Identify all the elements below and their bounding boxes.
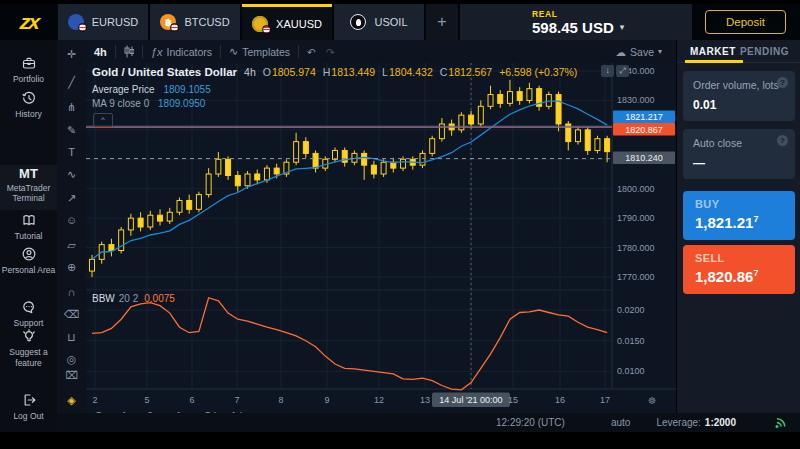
sell-button[interactable]: SELL 1,820.867 [683,245,795,294]
price-tag-label: 1810.240 [625,153,663,163]
text-tool-icon[interactable]: T [57,146,86,158]
chart-toolbar: 4h ƒx Indicators ∿ Templates ↶ ↷ ☁ Save … [86,40,676,64]
candle-body [158,215,163,221]
timeframe-button[interactable]: 4h [94,46,107,58]
candle-body [527,89,532,101]
redo-button[interactable]: ↷ [326,46,335,58]
order-volume-value[interactable]: 0.01 [693,98,785,112]
crosshair-icon[interactable]: ✛ [57,48,86,61]
tab-eurusd[interactable]: EURUSD [58,4,148,40]
book-icon [21,212,37,228]
candle-body [235,175,240,185]
collapse-legend-button[interactable]: ^ [93,113,113,127]
candle-body [313,153,318,168]
order-volume-field[interactable]: Order volume, lots 0.01 ? [683,71,795,121]
brush-icon[interactable]: ✎ [57,124,86,137]
auto-close-value[interactable]: — [693,156,785,170]
help-icon[interactable]: ? [777,135,788,146]
scroll-to-end-button[interactable]: ↓ [601,65,614,77]
magnet-icon[interactable]: ∩ [57,286,86,298]
person-circle-icon [21,246,37,262]
sidebar-item-history[interactable]: History [0,90,57,120]
pitchfork-icon[interactable]: ⋔ [57,101,86,114]
axis-settings-gear-icon: ☸ [648,395,657,406]
eye-off-icon[interactable]: ◎ [57,353,86,366]
time-tick-label: 13 [420,395,430,405]
time-tick-label: 16 [555,395,565,405]
oil-drop-icon [350,14,366,30]
candle-body [245,174,250,186]
top-bar: zx EURUSD ฿ BTCUSD XAUUSD USOIL + REAL 5… [0,4,800,40]
time-tick-label: 9 [324,395,329,405]
candle-body [556,95,561,124]
tab-xauusd[interactable]: XAUUSD [242,4,332,40]
tab-label: XAUUSD [276,18,322,30]
candle-body [585,130,590,151]
save-layout-button[interactable]: ☁ Save ▾ [616,46,662,58]
account-type-badge: REAL [532,9,692,19]
trend-line-icon[interactable]: ╱ [57,76,86,89]
ruler-icon[interactable]: ▱ [57,239,86,252]
fx-icon: ƒx [151,46,163,58]
lock-icon[interactable]: ⊔ [57,331,86,344]
tab-usoil[interactable]: USOIL [334,4,424,40]
eraser-icon[interactable]: ⌫ [57,308,86,321]
auto-close-field[interactable]: Auto close — ? [683,129,795,179]
trash-icon[interactable]: ⌧ [57,369,86,382]
deposit-button[interactable]: Deposit [705,10,786,34]
price-chart[interactable]: 1840.0001830.0001800.0001790.0001780.000… [86,63,676,408]
buy-price: 1,821.21 [695,214,753,231]
candle-body [109,245,114,251]
maximize-chart-button[interactable]: ⤢ [616,65,629,77]
exness-logo[interactable]: zx [0,4,60,40]
candle-body [546,95,551,107]
crosshair-date-label: 14 Jul '21 00:00 [439,395,502,405]
time-tick-label: 12 [374,395,384,405]
templates-icon: ∿ [229,45,238,58]
indicators-button[interactable]: ƒx Indicators [151,46,212,58]
leverage-value: 1:2000 [705,417,736,428]
sidebar-item-logout[interactable]: Log Out [0,392,57,422]
buy-button[interactable]: BUY 1,821.217 [683,191,795,240]
help-icon[interactable]: ? [777,77,788,88]
sidebar-item-tutorial[interactable]: Tutorial [0,212,57,242]
candle-body [507,92,512,104]
forecast-icon[interactable]: ↗ [57,192,86,205]
account-selector[interactable]: REAL 598.45 USD ▾ [460,4,692,40]
time-tick-label: 15 [508,395,518,405]
watchlist-diamond-icon[interactable]: ◈ [57,394,86,407]
sidebar-item-portfolio[interactable]: Portfolio [0,55,57,85]
sidebar-item-support[interactable]: Support [0,299,57,329]
emoji-icon[interactable]: ☺ [57,214,86,226]
templates-button[interactable]: ∿ Templates [229,45,290,58]
active-tab-underline [685,60,743,63]
zoom-in-icon[interactable]: ⊕ [57,261,86,274]
bbw-tick-label: 0.0200 [617,305,645,315]
tab-pending[interactable]: PENDING [740,46,789,57]
candle-body [303,142,308,154]
leverage-label: Leverage: [656,417,700,428]
candle-body [430,139,435,154]
time-tick-label: 17 [600,395,610,405]
price-tag-label: 1820.867 [625,125,663,135]
add-instrument-button[interactable]: + [426,4,458,40]
tab-market[interactable]: MARKET [690,46,736,57]
chart-type-button[interactable] [124,45,134,58]
tab-label: EURUSD [92,16,138,28]
sidebar-item-metatrader[interactable]: MT MetaTrader Terminal [0,165,57,210]
pattern-icon[interactable]: ∿ [57,168,86,181]
connection-signal-icon [774,416,788,429]
timezone-mode-button[interactable]: auto [611,417,630,428]
chart-area[interactable]: 1840.0001830.0001800.0001790.0001780.000… [86,63,676,408]
cloud-icon: ☁ [616,46,627,58]
tab-btcusd[interactable]: ฿ BTCUSD [150,4,240,40]
candle-body [187,200,192,209]
status-bar: 12:29:20 (UTC) auto Leverage: 1:2000 [57,413,800,432]
sidebar-item-personal-area[interactable]: Personal Area [0,246,57,276]
candle-body [274,168,279,174]
candle-body [255,174,260,180]
undo-icon: ↶ [307,46,316,58]
candle-body [138,218,143,227]
undo-button[interactable]: ↶ [307,46,316,58]
sidebar-item-suggest-feature[interactable]: Suggest a feature [0,328,57,368]
